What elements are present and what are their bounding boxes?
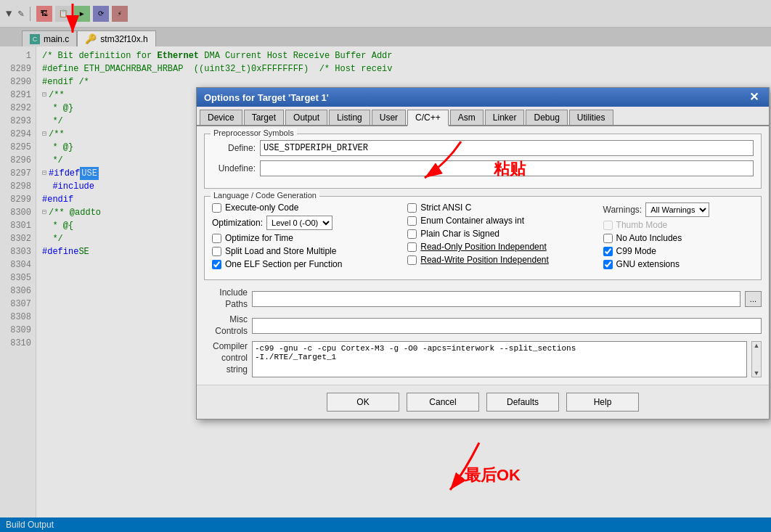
one-elf-row: One ELF Section per Function — [212, 259, 400, 269]
readwrite-ind-row: Read-Write Position Independent — [407, 255, 595, 265]
split-load-row: Split Load and Store Multiple — [212, 246, 400, 256]
tab-debug[interactable]: Debug — [526, 110, 567, 125]
dialog-tab-bar: Device Target Output Listing User C/C++ … — [197, 107, 769, 126]
include-paths-label: Include Paths — [204, 287, 248, 310]
no-auto-includes-checkbox[interactable] — [603, 234, 613, 243]
readwrite-label: Read-Write Position Independent — [420, 255, 549, 265]
dialog-body: Preprocessor Symbols Define: Undefine: L… — [197, 126, 769, 385]
dialog-close-button[interactable]: ✕ — [746, 91, 762, 103]
define-input[interactable] — [260, 140, 754, 156]
plain-char-label: Plain Char is Signed — [420, 229, 499, 239]
strict-ansi-label: Strict ANSI C — [420, 202, 471, 213]
preprocessor-legend: Preprocessor Symbols — [211, 128, 297, 137]
strict-ansi-checkbox[interactable] — [407, 203, 417, 213]
language-section: Language / Code Generation Execute-only … — [204, 196, 762, 280]
dialog-title-text: Options for Target 'Target 1' — [204, 92, 329, 103]
undefine-input[interactable] — [260, 160, 754, 176]
execute-only-row: Execute-only Code — [212, 202, 400, 213]
browse-button[interactable]: ... — [745, 291, 762, 307]
cancel-button[interactable]: Cancel — [407, 393, 479, 412]
plain-char-checkbox[interactable] — [407, 229, 417, 239]
define-label: Define: — [212, 143, 256, 153]
warnings-row: Warnings: All Warnings — [603, 202, 754, 217]
readonly-label: Read-Only Position Independent — [420, 242, 546, 252]
execute-only-checkbox[interactable] — [212, 203, 221, 213]
include-paths-row: Include Paths ... — [204, 287, 762, 310]
tab-listing[interactable]: Listing — [329, 110, 370, 125]
c99-mode-label: C99 Mode — [616, 246, 656, 256]
compiler-scrollbar[interactable]: ▲ ▼ — [751, 341, 762, 377]
preprocessor-section: Preprocessor Symbols Define: Undefine: — [204, 134, 762, 189]
no-auto-includes-row: No Auto Includes — [603, 233, 754, 243]
tab-asm[interactable]: Asm — [450, 110, 484, 125]
readonly-ind-row: Read-Only Position Independent — [407, 242, 595, 252]
tab-user[interactable]: User — [372, 110, 406, 125]
optimization-row: Optimization: Level 0 (-O0) — [212, 216, 400, 230]
define-row: Define: — [212, 140, 754, 156]
tab-target[interactable]: Target — [244, 110, 284, 125]
misc-controls-row: Misc Controls — [204, 314, 762, 337]
compiler-control-area: Compiler control string -c99 -gnu -c -cp… — [204, 341, 762, 377]
warnings-label: Warnings: — [603, 205, 642, 215]
split-load-checkbox[interactable] — [212, 247, 221, 256]
undefine-row: Undefine: — [212, 160, 754, 176]
language-legend: Language / Code Generation — [211, 191, 319, 200]
no-auto-includes-label: No Auto Includes — [616, 233, 682, 243]
help-button[interactable]: Help — [566, 393, 639, 412]
execute-only-label: Execute-only Code — [225, 202, 298, 213]
warnings-select[interactable]: All Warnings — [645, 202, 709, 217]
thumb-mode-checkbox — [603, 221, 613, 230]
tab-utilities[interactable]: Utilities — [569, 110, 613, 125]
readwrite-checkbox[interactable] — [407, 255, 417, 265]
thumb-mode-label: Thumb Mode — [616, 220, 668, 230]
enum-container-checkbox[interactable] — [407, 216, 417, 226]
compiler-control-textarea[interactable]: -c99 -gnu -c -cpu Cortex-M3 -g -O0 -apcs… — [252, 341, 747, 377]
gnu-ext-label: GNU extensions — [616, 259, 680, 269]
include-paths-input-box[interactable] — [252, 291, 741, 307]
dialog-titlebar: Options for Target 'Target 1' ✕ — [197, 88, 769, 107]
optimization-select[interactable]: Level 0 (-O0) — [266, 216, 333, 230]
plain-char-row: Plain Char is Signed — [407, 229, 595, 239]
one-elf-label: One ELF Section per Function — [225, 259, 342, 269]
thumb-mode-row: Thumb Mode — [603, 220, 754, 230]
dialog-button-bar: OK Cancel Defaults Help — [197, 385, 769, 419]
enum-container-row: Enum Container always int — [407, 216, 595, 226]
lang-row1: Execute-only Code Optimization: Level 0 … — [212, 202, 754, 269]
tab-output[interactable]: Output — [285, 110, 327, 125]
strict-ansi-row: Strict ANSI C — [407, 202, 595, 213]
options-dialog: Options for Target 'Target 1' ✕ Device T… — [196, 87, 770, 420]
opt-for-time-row: Optimize for Time — [212, 233, 400, 243]
ok-button[interactable]: OK — [327, 393, 399, 412]
undefine-label: Undefine: — [212, 163, 256, 173]
misc-controls-label: Misc Controls — [204, 314, 248, 337]
readonly-checkbox[interactable] — [407, 242, 417, 252]
defaults-button[interactable]: Defaults — [486, 393, 559, 412]
tab-linker[interactable]: Linker — [485, 110, 525, 125]
c99-mode-row: C99 Mode — [603, 246, 754, 256]
opt-time-checkbox[interactable] — [212, 234, 221, 243]
misc-controls-input[interactable] — [252, 318, 762, 334]
split-load-label: Split Load and Store Multiple — [225, 246, 336, 256]
opt-time-label: Optimize for Time — [225, 233, 293, 243]
c99-mode-checkbox[interactable] — [603, 247, 613, 256]
tab-cpp[interactable]: C/C++ — [407, 110, 449, 126]
compiler-control-label: Compiler control string — [204, 341, 248, 375]
gnu-ext-row: GNU extensions — [603, 259, 754, 269]
tab-device[interactable]: Device — [200, 110, 242, 125]
enum-container-label: Enum Container always int — [420, 216, 524, 226]
opt-label: Optimization: — [212, 218, 263, 228]
one-elf-checkbox[interactable] — [212, 260, 221, 269]
gnu-ext-checkbox[interactable] — [603, 260, 613, 269]
